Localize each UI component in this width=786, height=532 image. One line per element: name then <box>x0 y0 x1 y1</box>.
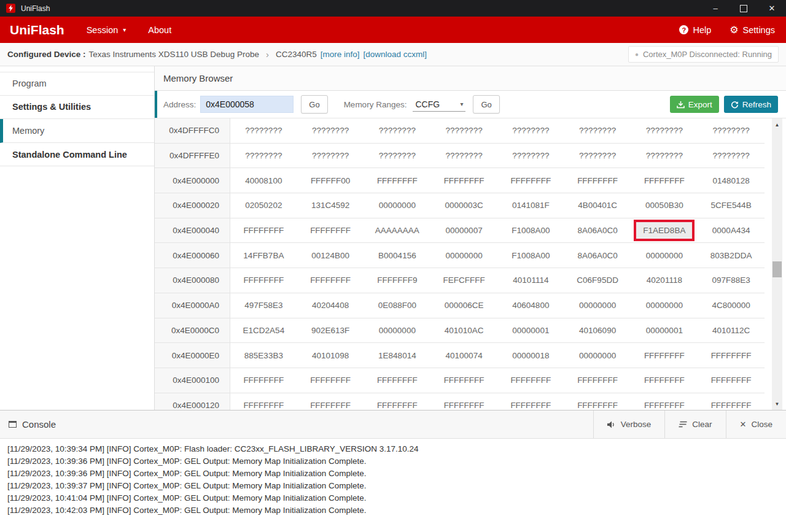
memory-ranges-select[interactable]: CCFG ▾ <box>413 97 465 112</box>
memory-cell[interactable]: 00000000 <box>564 293 631 318</box>
memory-cell[interactable]: FFFFFF00 <box>297 168 364 193</box>
memory-cell[interactable]: 0141081F <box>497 193 564 218</box>
memory-cell[interactable]: AAAAAAAA <box>364 218 431 243</box>
export-button[interactable]: Export <box>670 96 719 113</box>
memory-cell[interactable]: FFFFFFFF <box>698 343 765 368</box>
memory-cell[interactable]: F1008A00 <box>497 243 564 268</box>
memory-cell[interactable]: ???????? <box>230 144 297 168</box>
memory-cell[interactable]: FFFFFFFF <box>430 393 497 410</box>
scroll-up-icon[interactable]: ▲ <box>772 120 782 129</box>
memory-cell[interactable]: 0E088F00 <box>364 293 431 318</box>
memory-cell[interactable]: 00000000 <box>631 293 698 318</box>
memory-cell[interactable]: FFFFFFF9 <box>364 268 431 293</box>
memory-cell[interactable]: 00050B30 <box>631 193 698 218</box>
memory-cell[interactable]: 000006CE <box>430 293 497 318</box>
memory-cell[interactable]: ???????? <box>430 144 497 168</box>
memory-cell[interactable]: 803B2DDA <box>698 243 765 268</box>
memory-cell[interactable]: 4C800000 <box>698 293 765 318</box>
memory-cell[interactable]: FFFFFFFF <box>564 368 631 393</box>
memory-cell[interactable]: FFFFFFFF <box>497 368 564 393</box>
memory-cell[interactable]: ???????? <box>430 118 497 143</box>
memory-cell[interactable]: ???????? <box>297 144 364 168</box>
memory-cell[interactable]: FFFFFFFF <box>230 268 297 293</box>
minimize-button[interactable]: – <box>701 0 730 17</box>
memory-cell[interactable]: FFFFFFFF <box>698 393 765 410</box>
memory-cell[interactable]: 8A06A0C0 <box>564 218 631 243</box>
verbose-button[interactable]: Verbose <box>593 411 665 438</box>
memory-cell[interactable]: ???????? <box>564 144 631 168</box>
download-ccxml-link[interactable]: [download ccxml] <box>364 50 427 59</box>
memory-cell[interactable]: ???????? <box>364 118 431 143</box>
memory-cell[interactable]: ???????? <box>297 118 364 143</box>
memory-cell[interactable]: 497F58E3 <box>230 293 297 318</box>
memory-cell[interactable]: FFFFFFFF <box>297 218 364 243</box>
ranges-go-button[interactable]: Go <box>473 95 499 114</box>
memory-cell[interactable]: ???????? <box>698 144 765 168</box>
memory-cell[interactable]: 00000007 <box>430 218 497 243</box>
memory-cell[interactable]: 40100074 <box>430 343 497 368</box>
memory-cell[interactable]: 40101098 <box>297 343 364 368</box>
memory-cell[interactable]: 4010112C <box>698 318 765 343</box>
more-info-link[interactable]: [more info] <box>321 50 360 59</box>
memory-cell[interactable]: F1008A00 <box>497 218 564 243</box>
brand-logo[interactable]: UniFlash <box>10 23 64 37</box>
vertical-scrollbar[interactable]: ▲ ▼ <box>772 118 782 410</box>
memory-cell[interactable]: FFFFFFFF <box>631 343 698 368</box>
memory-cell[interactable]: FFFFFFFF <box>297 368 364 393</box>
memory-cell[interactable]: FFFFFFFF <box>564 393 631 410</box>
sidebar-item-settings-utilities[interactable]: Settings & Utilities <box>0 96 154 120</box>
memory-cell[interactable]: FFFFFFFF <box>497 393 564 410</box>
memory-cell[interactable]: ???????? <box>631 144 698 168</box>
memory-cell[interactable]: FFFFFFFF <box>297 268 364 293</box>
memory-cell[interactable]: 00124B00 <box>297 243 364 268</box>
memory-cell[interactable]: 8A06A0C0 <box>564 243 631 268</box>
sidebar-item-standalone-command-line[interactable]: Standalone Command Line <box>0 143 154 167</box>
sidebar-item-memory[interactable]: Memory <box>0 119 154 143</box>
memory-cell[interactable]: 01480128 <box>698 168 765 193</box>
memory-cell[interactable]: 00000000 <box>364 318 431 343</box>
menu-session[interactable]: Session ▾ <box>87 25 126 35</box>
memory-cell[interactable]: FFFFFFFF <box>564 168 631 193</box>
memory-cell[interactable]: FFFFFFFF <box>230 393 297 410</box>
memory-cell[interactable]: 00000000 <box>430 243 497 268</box>
clear-button[interactable]: Clear <box>664 411 725 438</box>
memory-cell[interactable]: FFFFFFFF <box>430 368 497 393</box>
memory-cell[interactable]: FFFFFFFF <box>230 368 297 393</box>
memory-cell[interactable]: 5CFE544B <box>698 193 765 218</box>
memory-cell[interactable]: 00000001 <box>497 318 564 343</box>
close-button[interactable]: ✕ <box>758 0 786 17</box>
menu-about[interactable]: About <box>148 25 171 35</box>
memory-cell[interactable]: 00000000 <box>564 343 631 368</box>
memory-cell[interactable]: FFFFFFFF <box>497 168 564 193</box>
memory-cell[interactable]: C06F95DD <box>564 268 631 293</box>
memory-cell[interactable]: FFFFFFFF <box>698 368 765 393</box>
memory-cell[interactable]: FFFFFFFF <box>230 218 297 243</box>
memory-cell[interactable]: ???????? <box>497 144 564 168</box>
memory-cell[interactable]: FFFFFFFF <box>297 393 364 410</box>
memory-cell[interactable]: FFFFFFFF <box>631 393 698 410</box>
settings-button[interactable]: ⚙ Settings <box>730 25 775 35</box>
memory-cell[interactable]: 00000000 <box>631 243 698 268</box>
memory-cell[interactable]: 1E848014 <box>364 343 431 368</box>
memory-cell[interactable]: FFFFFFFF <box>364 168 431 193</box>
memory-cell[interactable]: 00000018 <box>497 343 564 368</box>
memory-cell[interactable]: 097F88E3 <box>698 268 765 293</box>
maximize-button[interactable] <box>730 0 758 17</box>
memory-cell[interactable]: 40201118 <box>631 268 698 293</box>
memory-cell[interactable]: FFFFFFFF <box>430 168 497 193</box>
memory-cell[interactable]: ???????? <box>230 118 297 143</box>
memory-cell[interactable]: 14FFB7BA <box>230 243 297 268</box>
memory-cell[interactable]: 0000A434 <box>698 218 765 243</box>
memory-cell[interactable]: 00000001 <box>631 318 698 343</box>
memory-cell[interactable]: FFFFFFFF <box>364 368 431 393</box>
memory-cell[interactable]: 885E33B3 <box>230 343 297 368</box>
memory-cell[interactable]: B0004156 <box>364 243 431 268</box>
memory-cell[interactable]: 40101114 <box>497 268 564 293</box>
memory-cell[interactable]: 40106090 <box>564 318 631 343</box>
memory-cell[interactable]: 40008100 <box>230 168 297 193</box>
memory-cell[interactable]: 0000003C <box>430 193 497 218</box>
memory-cell[interactable]: FFFFFFFF <box>631 168 698 193</box>
memory-cell[interactable]: 401010AC <box>430 318 497 343</box>
memory-cell-highlighted[interactable]: F1AED8BA <box>631 218 698 243</box>
console-log[interactable]: [11/29/2023, 10:39:34 PM] [INFO] Cortex_… <box>0 439 786 532</box>
